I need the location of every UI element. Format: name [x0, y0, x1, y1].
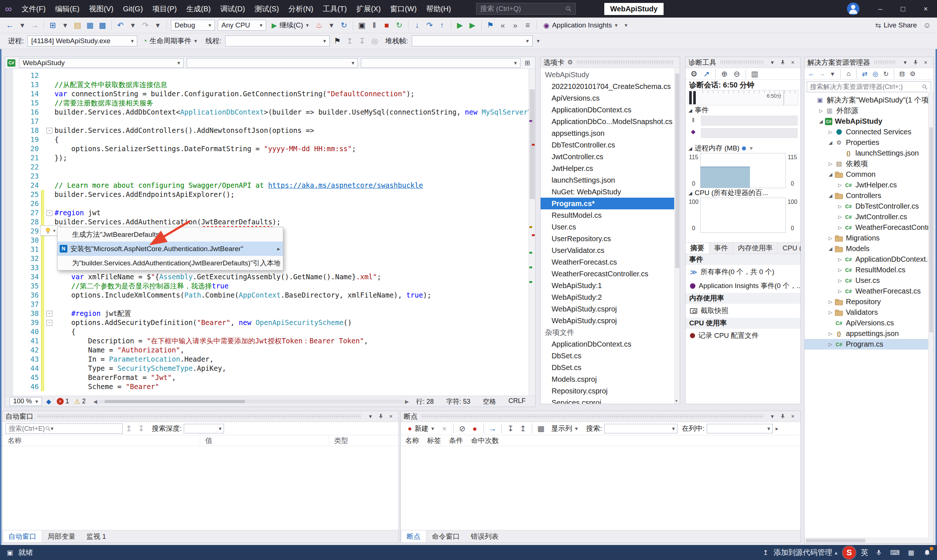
code-line-15[interactable]: 15//需要注册数据库连接相关服务	[5, 98, 535, 108]
tree-item[interactable]: ▷DbTestController.cs	[805, 201, 933, 212]
close-icon[interactable]: ×	[788, 58, 797, 67]
diagnostics-tab[interactable]: 内存使用率	[733, 242, 778, 254]
collapse-all-icon[interactable]: ⊟	[897, 68, 907, 79]
zoom-in-icon[interactable]: ⊕	[719, 68, 730, 79]
fold-collapse-icon[interactable]: -	[46, 320, 52, 326]
tree-item[interactable]: ▷JwtHelper.cs	[805, 180, 933, 190]
new-file-icon[interactable]: ⊞	[47, 20, 58, 31]
code-line-21[interactable]: 21});	[5, 153, 535, 163]
open-tab-item[interactable]: DbSet.cs	[541, 362, 680, 373]
tree-item[interactable]: ▷外部源	[805, 105, 933, 116]
code-line-45[interactable]: 45 BearerFormat = "Jwt",	[5, 373, 535, 382]
all-events-link[interactable]: ≫所有事件(0 个，共 0 个)	[686, 265, 800, 279]
gear-icon[interactable]: ⚙	[567, 58, 573, 66]
search-depth-dropdown[interactable]: ▾	[184, 424, 224, 433]
tree-item[interactable]: ▷ResultModel.cs	[805, 265, 933, 275]
switch-views-icon[interactable]: ⇄	[860, 68, 870, 79]
open-tab-item[interactable]: WebApiStudy:2	[541, 291, 680, 303]
panel-drag-handle[interactable]	[577, 61, 673, 65]
quick-action-item[interactable]: 为"builder.Services.AddAuthentication(Jwt…	[57, 256, 283, 270]
tree-item[interactable]: ◢Common	[805, 169, 933, 180]
events-section-header[interactable]: ◢事件	[686, 105, 800, 115]
close-icon[interactable]: ×	[788, 412, 797, 421]
solution-explorer-horizontal-scrollbar[interactable]	[805, 538, 933, 543]
fold-collapse-icon[interactable]: -	[46, 311, 52, 317]
code-line-44[interactable]: 44 Type = SecuritySchemeType.ApiKey,	[5, 364, 535, 373]
panel-drag-handle[interactable]	[421, 415, 763, 418]
collapsed-icon[interactable]: ▷	[836, 214, 844, 220]
sync-active-icon[interactable]: ◎	[870, 68, 880, 79]
menu-item[interactable]: 调试(D)	[215, 0, 250, 18]
open-tab-item[interactable]: Repository.csproj	[541, 385, 680, 397]
tree-item[interactable]: ▷User.cs	[805, 275, 933, 286]
code-line-41[interactable]: 41 Description = "在下框中输入请求头中需要添加的Jwt授权To…	[5, 336, 535, 346]
open-tab-item[interactable]: Services.csproj	[541, 397, 680, 404]
expanded-icon[interactable]: ◢	[817, 118, 825, 124]
type-dropdown[interactable]: ▾	[187, 58, 358, 68]
continue-button[interactable]: ▶继续(C)▾	[268, 20, 312, 31]
menu-item[interactable]: 工具(T)	[318, 0, 352, 18]
code-line-40[interactable]: 40 {	[5, 327, 535, 336]
fold-collapse-icon[interactable]: -	[46, 210, 52, 216]
tool-window-tab[interactable]: 断点	[401, 530, 426, 542]
break-all-icon[interactable]: ▣	[356, 20, 368, 31]
scroll-right-icon[interactable]: ▶	[405, 398, 409, 405]
tree-item[interactable]: ▷ApplicationDbContext.cs	[805, 254, 933, 265]
scroll-left-icon[interactable]: ◀	[93, 398, 97, 405]
process-dropdown[interactable]: [41184] WebApiStudy.exe▾	[28, 35, 137, 46]
caret-icon[interactable]: ▾	[17, 20, 28, 31]
tool-window-tab[interactable]: 错误列表	[465, 530, 504, 542]
scrollbar-thumb[interactable]	[806, 539, 865, 542]
account-avatar[interactable]	[847, 3, 859, 15]
add-to-source-control-button[interactable]: ↥ 添加到源代码管理 ▴	[760, 548, 837, 558]
scrollbar-thumb[interactable]	[105, 400, 245, 403]
record-cpu-profile-link[interactable]: 记录 CPU 配置文件	[686, 329, 800, 343]
menu-item[interactable]: 文件(F)	[17, 0, 51, 18]
code-area[interactable]: 1213//从配置文件中获取数据库连接信息14var connectionStr…	[5, 69, 535, 395]
code-line-19[interactable]: 19{	[5, 135, 535, 144]
tree-item[interactable]: ◢Properties	[805, 137, 933, 148]
step-over-icon[interactable]: ↷	[424, 20, 435, 31]
collapsed-icon[interactable]: ▷	[817, 108, 825, 114]
code-line-27[interactable]: 27-#region jwt	[5, 208, 535, 217]
collapsed-icon[interactable]: ▷	[836, 257, 844, 262]
open-tab-item[interactable]: ApplicationDbContext.cs	[541, 338, 680, 350]
collapsed-icon[interactable]: ▷	[836, 203, 844, 209]
zoom-out-icon[interactable]: ⊖	[731, 68, 743, 79]
flag-icon[interactable]: ⚑	[332, 35, 343, 46]
tree-item[interactable]: ◢Models	[805, 243, 933, 254]
down-icon[interactable]: ↧	[135, 423, 147, 434]
window-position-icon[interactable]: ▾	[768, 412, 777, 421]
tabs-scrollbar[interactable]: ▾	[674, 68, 680, 404]
enable-all-icon[interactable]: ●	[469, 423, 481, 434]
forward-icon[interactable]: →	[29, 20, 41, 31]
collapsed-icon[interactable]: ▷	[826, 310, 834, 315]
open-tab-item[interactable]: 20221020101704_CreateSchema.cs	[541, 80, 680, 92]
screen-recorder-logo[interactable]: S	[843, 546, 856, 559]
code-line-35[interactable]: 35 //第二个参数为是否显示控制器注释，我选择true	[5, 282, 535, 291]
collapsed-icon[interactable]: ▷	[826, 299, 834, 305]
autos-search-input[interactable]: 搜索(Ctrl+E) ▾	[6, 423, 123, 434]
lifecycle-events-button[interactable]: ◔生命周期事件▾	[140, 35, 200, 46]
microphone-icon[interactable]	[873, 548, 884, 558]
tree-item[interactable]: ◢WebApiStudy	[805, 116, 933, 127]
tree-item[interactable]: ▷Migrations	[805, 233, 933, 243]
pause-icon[interactable]: ‖	[369, 20, 380, 31]
code-line-14[interactable]: 14var connectionString = builder.Configu…	[5, 89, 535, 98]
caret-icon[interactable]: ▾	[127, 20, 139, 31]
scroll-down-icon[interactable]: ▾	[675, 398, 677, 403]
code-line-13[interactable]: 13//从配置文件中获取数据库连接信息	[5, 80, 535, 89]
run-1-icon[interactable]: ▶	[454, 20, 466, 31]
step-into-icon[interactable]: ↓	[411, 20, 423, 31]
show-columns-button[interactable]: 显示列▾	[548, 423, 581, 434]
cpu-section-header[interactable]: ◢CPU (所有处理器的百...	[686, 188, 800, 198]
import-icon[interactable]: ↥	[517, 423, 529, 434]
split-editor-icon[interactable]: ⊞	[522, 59, 533, 67]
code-line-24[interactable]: 24// Learn more about configuring Swagge…	[5, 181, 535, 190]
tool-window-tab[interactable]: 监视 1	[81, 530, 112, 542]
open-tab-item[interactable]: launchSettings.json	[541, 174, 680, 186]
menu-item[interactable]: 扩展(X)	[351, 0, 385, 18]
code-line-46[interactable]: 46 Scheme = "Bearer"	[5, 382, 535, 391]
tree-item[interactable]: 解决方案"WebApiStudy"(1 个项目/共...	[805, 95, 933, 105]
status-icon[interactable]: ▣	[5, 548, 15, 558]
